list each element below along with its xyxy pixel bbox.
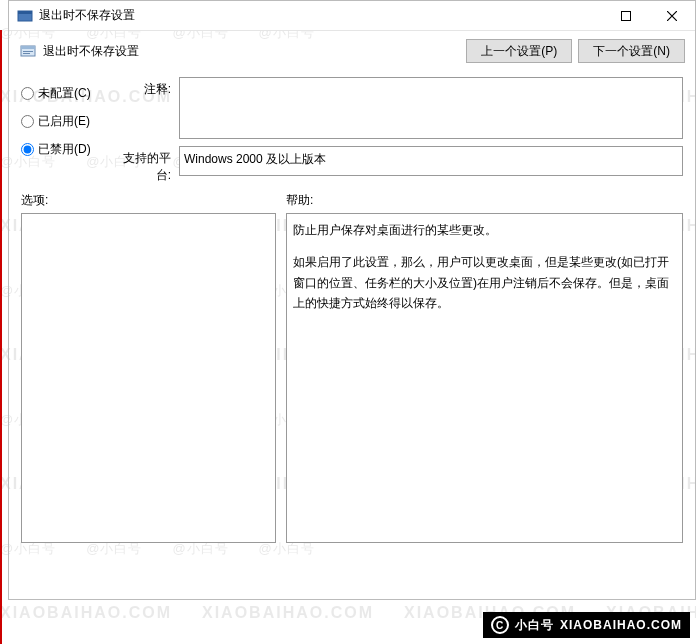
policy-icon	[19, 42, 37, 60]
left-red-edge	[0, 30, 2, 644]
radio-enabled[interactable]	[21, 115, 34, 128]
radio-disabled-label: 已禁用(D)	[38, 141, 91, 158]
radio-unconfigured-label: 未配置(C)	[38, 85, 91, 102]
maximize-button[interactable]	[603, 1, 649, 31]
radio-unconfigured[interactable]	[21, 87, 34, 100]
radio-enabled-label: 已启用(E)	[38, 113, 90, 130]
subheader-title: 退出时不保存设置	[43, 43, 139, 60]
window-icon	[17, 8, 33, 24]
next-setting-button[interactable]: 下一个设置(N)	[578, 39, 685, 63]
footer-brand: 小白号	[515, 617, 554, 634]
options-label: 选项:	[21, 192, 286, 209]
help-label: 帮助:	[286, 192, 683, 209]
footer-domain: XIAOBAIHAO.COM	[560, 618, 682, 632]
platform-textarea	[179, 146, 683, 176]
svg-rect-5	[23, 51, 33, 52]
window-title: 退出时不保存设置	[39, 7, 603, 24]
svg-rect-6	[23, 53, 30, 54]
dialog-window: 退出时不保存设置 退出时不保存设置 上一个设置(P) 下一个设置(N) 未配置(…	[8, 0, 696, 600]
titlebar: 退出时不保存设置	[9, 1, 695, 31]
radio-disabled[interactable]	[21, 143, 34, 156]
prev-setting-button[interactable]: 上一个设置(P)	[466, 39, 572, 63]
svg-rect-4	[21, 46, 35, 49]
comment-textarea[interactable]	[179, 77, 683, 139]
cc-icon: C	[491, 616, 509, 634]
comment-label: 注释:	[111, 77, 179, 142]
help-text-1: 防止用户保存对桌面进行的某些更改。	[293, 220, 676, 240]
options-pane	[21, 213, 276, 543]
help-pane: 防止用户保存对桌面进行的某些更改。 如果启用了此设置，那么，用户可以更改桌面，但…	[286, 213, 683, 543]
state-radio-group: 未配置(C) 已启用(E) 已禁用(D)	[21, 77, 111, 184]
svg-rect-2	[622, 11, 631, 20]
footer-watermark-logo: C 小白号 XIAOBAIHAO.COM	[483, 612, 690, 638]
close-button[interactable]	[649, 1, 695, 31]
svg-rect-1	[18, 11, 32, 14]
platform-label: 支持的平台:	[111, 146, 179, 184]
subheader: 退出时不保存设置 上一个设置(P) 下一个设置(N)	[9, 31, 695, 71]
help-text-2: 如果启用了此设置，那么，用户可以更改桌面，但是某些更改(如已打开窗口的位置、任务…	[293, 252, 676, 313]
